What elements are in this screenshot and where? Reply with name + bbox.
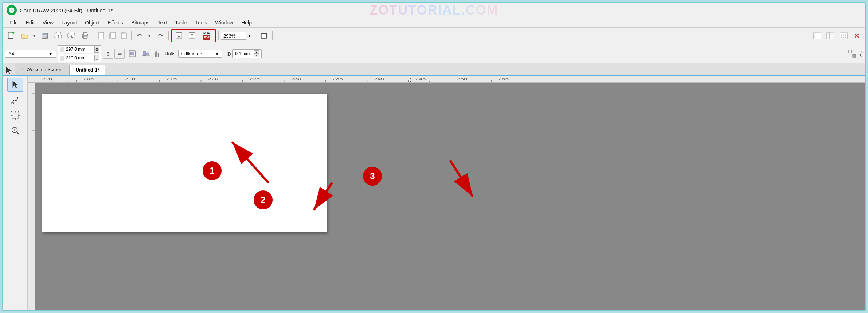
menu-bitmaps[interactable]: Bitmaps [128,19,153,27]
svg-rect-18 [123,32,125,34]
undo-button[interactable] [134,30,146,41]
zoom-dropdown-button[interactable]: ▼ [246,31,253,40]
cloud-download-button[interactable] [66,30,78,41]
print-button[interactable] [79,30,91,41]
main-window: CorelDRAW 2020 (64-Bit) - Untitled-1* ZO… [2,2,866,311]
open-dropdown-button[interactable]: ▼ [31,30,38,41]
app-logo [7,5,17,15]
svg-text:205: 205 [83,77,94,81]
portrait-button[interactable]: ▯ [103,49,113,59]
import-button[interactable] [173,30,185,41]
redo-button[interactable] [154,30,166,41]
tab-welcome-screen-label: Welcome Screen [27,67,63,72]
close-button[interactable]: ✕ [851,30,863,41]
align-page-button[interactable] [126,48,138,59]
height-down-button[interactable]: ▼ [94,58,99,61]
svg-rect-0 [8,32,13,39]
units-select[interactable]: millimeters ▼ [178,50,222,58]
annotation-circle-3: 3 [363,167,382,186]
width-up-button[interactable]: ▲ [94,46,99,49]
toolbar2: A4 ▼ ⬜ 297.0 mm ▲ ▼ ⬜ 210.0 mm ▲ ▼ [3,44,865,63]
svg-text:255: 255 [498,77,509,81]
watermark: ZOTUTORIAL.COM [370,3,498,18]
paste-button[interactable] [119,30,129,41]
canvas-area[interactable]: 1 2 3 [35,83,865,310]
copy-button[interactable] [107,30,118,41]
units-value: millimeters [181,51,203,57]
menu-effects[interactable]: Effects [104,19,127,27]
right-toolbar-icons: ✕ [811,30,863,41]
svg-point-11 [87,35,88,36]
freehand-tool-button[interactable] [7,93,23,107]
svg-text:235: 235 [332,77,343,81]
menu-view[interactable]: View [39,19,57,27]
tab-welcome-screen[interactable]: ⌂ Welcome Screen [15,63,69,75]
svg-text:245: 245 [415,77,426,81]
svg-text:170: 170 [28,111,29,116]
full-screen-button[interactable] [258,30,270,41]
tab-bar: ⌂ Welcome Screen Untitled-1* + [3,63,865,76]
landscape-button[interactable]: ▭ [114,49,125,59]
transform-tool-button[interactable] [7,108,23,122]
export-button[interactable] [186,30,198,41]
menu-file[interactable]: File [6,19,21,27]
page-size-value: A4 [8,51,14,57]
svg-rect-51 [143,52,146,56]
svg-text:PDF: PDF [204,36,210,39]
svg-rect-16 [111,32,116,38]
left-toolbar [3,76,28,310]
pdf-export-button[interactable]: PDF PDF [199,30,214,41]
menu-text[interactable]: Text [154,19,171,27]
svg-rect-12 [99,32,104,39]
distribution-button[interactable] [154,48,160,59]
svg-point-40 [841,34,842,35]
zoom-tool-button[interactable] [7,124,23,138]
menu-help[interactable]: Help [238,19,255,27]
page-width-value[interactable]: 297.0 mm [66,47,85,52]
svg-line-69 [18,111,19,112]
svg-rect-34 [827,32,834,39]
open-button[interactable] [19,30,31,41]
menu-object[interactable]: Object [81,19,103,27]
menu-window[interactable]: Window [211,19,237,27]
nudge-up-button[interactable]: ▲ [254,50,259,54]
svg-rect-9 [83,33,87,35]
svg-point-47 [843,37,844,38]
rulers-button[interactable] [811,30,824,41]
width-icon: ⬜ [59,47,64,52]
new-document-button[interactable] [5,30,17,41]
nudge-down-button[interactable]: ▼ [254,54,259,57]
grid-button[interactable] [824,30,837,41]
nudge-input[interactable]: 0.1 mm ▲ ▼ [232,49,262,58]
units-label: Units: [165,51,177,57]
page-height-value[interactable]: 210.0 mm [66,55,85,61]
workspace: 200 205 210 215 220 225 23 [3,76,865,310]
dotted-grid-button[interactable] [837,30,850,41]
tab-untitled1[interactable]: Untitled-1* [69,65,105,75]
menu-tools[interactable]: Tools [192,19,211,27]
home-icon: ⌂ [21,66,24,73]
zoom-level[interactable]: 293% [221,32,246,40]
add-tab-button[interactable]: + [106,66,114,74]
svg-point-46 [841,37,842,38]
svg-text:225: 225 [249,77,260,81]
svg-text:215: 215 [167,77,177,81]
height-up-button[interactable]: ▲ [94,55,99,58]
menu-layout[interactable]: Layout [58,19,81,27]
align-objects-button[interactable] [140,48,152,59]
snapping-icon[interactable] [847,49,857,59]
svg-rect-28 [262,34,266,38]
cloud-upload-button[interactable] [52,30,64,41]
menu-edit[interactable]: Edit [22,19,38,27]
width-down-button[interactable]: ▼ [94,49,99,53]
svg-rect-57 [848,50,851,53]
svg-rect-50 [130,52,134,55]
cut-button[interactable] [96,30,106,41]
page-size-select[interactable]: A4 ▼ [5,50,56,58]
svg-point-42 [845,34,846,35]
svg-rect-5 [43,36,47,38]
select-tool-button[interactable] [7,78,23,92]
save-button[interactable] [39,30,51,41]
undo-dropdown-button[interactable]: ▼ [146,30,153,41]
menu-table[interactable]: Table [171,19,191,27]
